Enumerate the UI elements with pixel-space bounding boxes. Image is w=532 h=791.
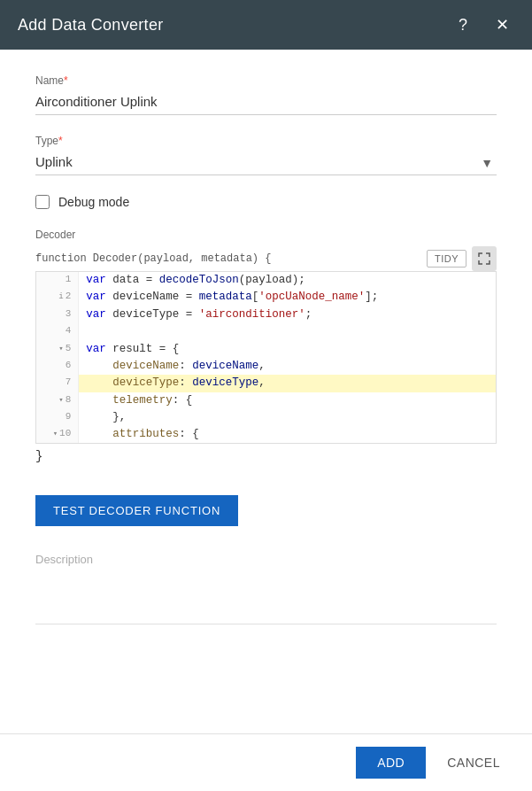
table-row: 1var data = decodeToJson(payload); <box>36 272 496 289</box>
decoder-label: Decoder <box>35 229 497 241</box>
table-row: ▾5var result = { <box>36 341 496 358</box>
debug-mode-checkbox[interactable] <box>35 195 50 209</box>
closing-brace: } <box>35 449 497 463</box>
function-header: function Decoder(payload, metadata) { TI… <box>35 246 497 271</box>
table-row: 3var deviceType = 'airconditioner'; <box>36 306 496 323</box>
type-group: Type* Uplink Downlink ▼ <box>35 135 497 175</box>
name-input[interactable] <box>35 90 497 115</box>
fullscreen-button[interactable] <box>472 246 497 271</box>
close-button[interactable]: ✕ <box>490 12 514 37</box>
debug-mode-label[interactable]: Debug mode <box>58 195 129 209</box>
header-icons: ? ✕ <box>451 12 514 37</box>
type-select[interactable]: Uplink Downlink <box>35 151 497 175</box>
name-label: Name* <box>35 74 497 87</box>
help-button[interactable]: ? <box>451 12 475 37</box>
type-select-wrapper: Uplink Downlink ▼ <box>35 151 497 175</box>
description-area[interactable] <box>35 571 497 624</box>
decoder-group: Decoder function Decoder(payload, metada… <box>35 229 497 463</box>
table-row: 9 }, <box>36 409 496 426</box>
add-button[interactable]: ADD <box>356 747 426 779</box>
function-actions: TIDY <box>427 246 497 271</box>
table-row: i2var deviceName = metadata['opcUaNode_n… <box>36 289 496 306</box>
table-row: ▾10 attributes: { <box>36 426 496 443</box>
type-label: Type* <box>35 135 497 147</box>
function-signature: function Decoder(payload, metadata) { <box>35 252 271 265</box>
code-table: 1var data = decodeToJson(payload);i2var … <box>36 272 496 444</box>
dialog-title: Add Data Converter <box>18 16 163 35</box>
dialog-footer: ADD CANCEL <box>0 733 532 791</box>
table-row: 7 deviceType: deviceType, <box>36 375 496 392</box>
name-group: Name* <box>35 74 497 115</box>
cancel-button[interactable]: CANCEL <box>433 747 514 779</box>
dialog-header: Add Data Converter ? ✕ <box>0 0 532 50</box>
tidy-button[interactable]: TIDY <box>427 250 466 268</box>
test-decoder-button[interactable]: TEST DECODER FUNCTION <box>35 495 238 526</box>
description-label: Description <box>35 553 497 566</box>
fullscreen-icon <box>478 252 490 265</box>
debug-mode-group: Debug mode <box>35 195 497 209</box>
code-editor[interactable]: 1var data = decodeToJson(payload);i2var … <box>35 271 497 444</box>
table-row: 6 deviceName: deviceName, <box>36 358 496 375</box>
table-row: ▾8 telemetry: { <box>36 392 496 409</box>
dialog-body: Name* Type* Uplink Downlink ▼ Debug mode <box>0 50 532 733</box>
table-row: 4 <box>36 323 496 340</box>
add-data-converter-dialog: Add Data Converter ? ✕ Name* Type* Uplin… <box>0 0 532 791</box>
